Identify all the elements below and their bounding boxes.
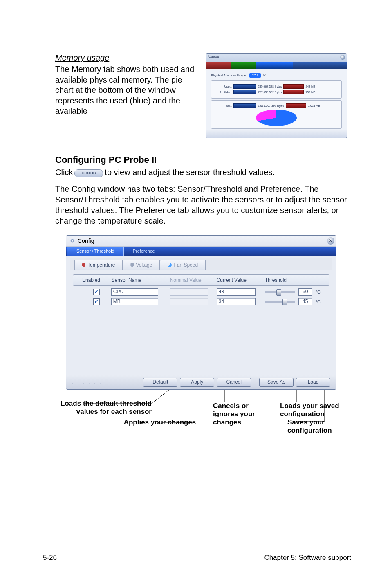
threshold-slider-mb[interactable] [265, 301, 295, 303]
checkbox-mb[interactable]: ✔ [93, 298, 100, 305]
memwin-total-bar1 [233, 103, 256, 108]
thermometer-icon [82, 263, 85, 267]
chapter-title: Chapter 5: Software support [264, 554, 351, 562]
gear-icon [69, 238, 75, 244]
memwin-used-mb: 243 MB [305, 85, 315, 88]
default-button[interactable]: Default [143, 378, 177, 387]
th-current-value: Current Value [217, 277, 265, 283]
config-table-header: Enabled Sensor Name Nominal Value Curren… [73, 274, 329, 286]
memwin-total-bytes: 1,073,307,392 Bytes [258, 104, 284, 107]
memwin-total-bar2 [286, 103, 306, 108]
threshold-value-cpu[interactable]: 60 [298, 288, 312, 296]
th-nominal-value: Nominal Value [170, 277, 217, 283]
tab-preference[interactable]: Preference [124, 247, 164, 256]
memwin-tab-2[interactable] [231, 62, 256, 69]
memwin-avail-bar2 [283, 90, 304, 94]
th-enabled: Enabled [82, 277, 112, 283]
current-cpu: 43 [217, 288, 256, 296]
subtab-voltage[interactable]: Voltage [123, 260, 160, 270]
subtab-temperature-label: Temperature [87, 260, 115, 270]
click-text-after: to view and adjust the sensor threshold … [105, 168, 275, 177]
memwin-used-bar2 [283, 84, 304, 89]
unit-cpu: °C [316, 290, 321, 294]
config-window: Config ✕ Sensor / Threshold Preference T… [66, 235, 336, 390]
memwin-title: Usage [208, 54, 219, 58]
table-row: ✔ MB 34 45 °C [73, 298, 329, 305]
cancel-button[interactable]: Cancel [217, 378, 251, 387]
memwin-pcnt-label: Physical Memory Usage: [211, 74, 247, 77]
memwin-avail-bytes: 767,639,552 Bytes [258, 91, 282, 94]
memory-usage-para: The Memory tab shows both used and avail… [55, 64, 198, 117]
nominal-mb [170, 298, 208, 305]
save-as-button[interactable]: Save As [259, 378, 294, 387]
footer-dots: . . . . . . [72, 380, 103, 385]
apply-button[interactable]: Apply [180, 378, 214, 387]
memwin-statusbar: . . . . . [206, 130, 347, 138]
config-button-image: CONFIG [74, 169, 103, 177]
memwin-pcnt-value: 27.3 [249, 73, 261, 78]
table-row: ✔ CPU 43 60 °C [73, 288, 329, 296]
subtab-voltage-label: Voltage [136, 260, 152, 270]
memwin-used-bar1 [233, 84, 256, 89]
sensor-name-mb[interactable]: MB [111, 298, 158, 305]
anno-saves: Saves your configuration [287, 418, 357, 435]
th-threshold: Threshold [265, 277, 320, 283]
memwin-total-label: Total: [215, 104, 232, 107]
tab-sensor-threshold[interactable]: Sensor / Threshold [67, 246, 124, 256]
subtab-temperature[interactable]: Temperature [74, 260, 123, 270]
memwin-used-bytes: 285,667,328 Bytes [258, 85, 282, 88]
gear-icon[interactable] [340, 55, 345, 60]
sensor-name-cpu[interactable]: CPU [111, 288, 158, 296]
anno-loads-default: Loads the default threshold values for e… [58, 399, 152, 416]
config-window-title: Config [78, 238, 94, 244]
voltage-icon [130, 263, 134, 267]
configuring-heading: Configuring PC Probe II [55, 155, 347, 165]
memwin-tab-1[interactable] [206, 62, 231, 69]
fan-icon [168, 263, 172, 267]
memory-usage-heading: Memory usage [55, 53, 198, 63]
unit-mb: °C [316, 299, 321, 304]
th-sensor-name: Sensor Name [112, 277, 170, 283]
memwin-tab-3[interactable] [256, 62, 293, 69]
anno-loads-saved: Loads your saved configuration [280, 402, 358, 418]
memwin-used-label: Used: [215, 85, 232, 88]
anno-cancels: Cancels or ignores your changes [213, 402, 270, 426]
memwin-avail-bar1 [233, 90, 256, 94]
close-icon[interactable]: ✕ [327, 237, 334, 245]
config-para: The Config window has two tabs: Sensor/T… [55, 184, 347, 226]
checkbox-cpu[interactable]: ✔ [93, 289, 100, 295]
memwin-pcnt-suffix: % [263, 74, 266, 77]
memwin-total-mb: 1,023 MB [308, 104, 320, 107]
anno-applies: Applies your changes [119, 418, 201, 426]
current-mb: 34 [217, 298, 256, 305]
click-text-before: Click [55, 168, 73, 177]
memwin-pie-chart [256, 110, 297, 126]
memwin-avail-label: Available: [215, 91, 232, 94]
load-button[interactable]: Load [296, 378, 330, 387]
svg-line-2 [152, 390, 169, 404]
page-number: 5-26 [43, 554, 57, 562]
threshold-slider-cpu[interactable] [265, 291, 295, 293]
svg-point-1 [72, 240, 73, 242]
subtab-fan-speed[interactable]: Fan Speed [160, 260, 206, 270]
memwin-avail-mb: 732 MB [305, 91, 315, 94]
memory-usage-window: Usage Physical Memory Usage: 27.3 % Used… [206, 53, 347, 138]
subtab-fan-label: Fan Speed [174, 260, 198, 270]
nominal-cpu [170, 288, 208, 296]
threshold-value-mb[interactable]: 45 [298, 298, 312, 305]
